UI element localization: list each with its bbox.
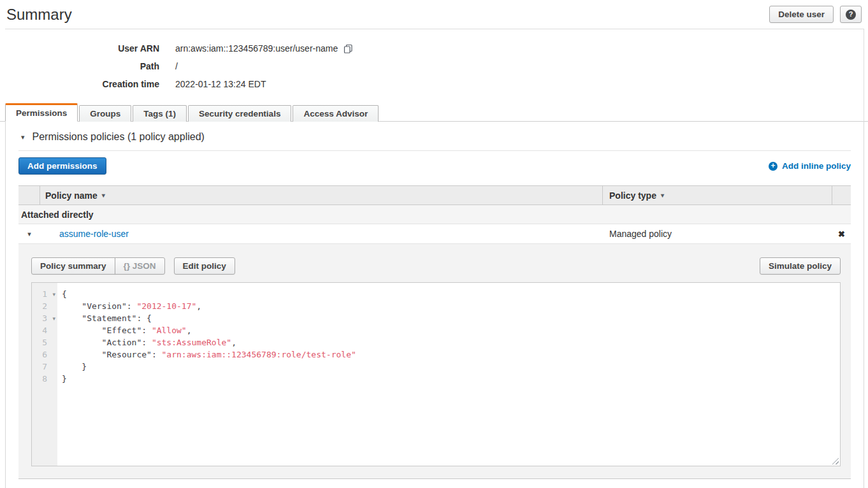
header-actions: Delete user ?	[769, 6, 862, 23]
gutter-line-number: 8	[32, 373, 57, 385]
code-token-string: "sts:AssumeRole"	[152, 338, 231, 347]
gutter-line-number: 3▾	[32, 312, 57, 324]
code-token-plain: }	[62, 374, 67, 384]
editor-resize-handle[interactable]	[832, 457, 839, 464]
code-token-plain: {	[62, 289, 67, 299]
code-token-plain: "Statement": {	[62, 313, 152, 323]
fold-arrow-icon[interactable]: ▾	[52, 313, 55, 325]
code-line: "Effect": "Allow",	[62, 324, 356, 336]
detail-row-path: Path /	[0, 57, 868, 75]
user-details: User ARN arn:aws:iam::123456789:user/use…	[0, 39, 868, 93]
iam-user-summary-page: Summary Delete user ? User ARN arn:aws:i…	[0, 0, 868, 488]
code-token-plain: ,	[196, 301, 201, 311]
policy-type-column-header[interactable]: Policy type ▾	[603, 186, 832, 205]
gutter-line-number: 6	[32, 348, 57, 361]
policy-actions-row: Add permissions + Add inline policy	[18, 157, 851, 175]
policy-actions-cell: ✖	[832, 229, 851, 239]
code-line: }	[62, 361, 356, 373]
code-token-string: "Allow"	[152, 326, 187, 335]
section-title: Permissions policies (1 policy applied)	[33, 131, 205, 143]
detail-label: Creation time	[0, 79, 159, 89]
gutter-line-number: 5	[32, 336, 57, 348]
header-divider	[5, 29, 864, 29]
section-divider	[18, 150, 851, 151]
add-inline-policy-link[interactable]: + Add inline policy	[769, 161, 851, 171]
policy-view-toggle-group: Policy summary {} JSON	[31, 257, 165, 275]
detail-value: arn:aws:iam::123456789:user/user-name	[175, 43, 353, 54]
code-token-plain: "Action":	[62, 338, 152, 347]
creation-time-value: 2022-01-12 13:24 EDT	[175, 79, 266, 89]
detach-policy-icon[interactable]: ✖	[838, 229, 845, 239]
policy-view-buttons: Policy summary {} JSON Edit policy Simul…	[31, 257, 841, 275]
editor-gutter: 1▾23▾45678	[32, 283, 57, 466]
simulate-policy-button[interactable]: Simulate policy	[760, 257, 841, 275]
code-token-plain: ,	[187, 326, 192, 335]
actions-column-header	[832, 186, 851, 205]
policy-name-cell: assume-role-user	[40, 229, 603, 239]
tab-bar: Permissions Groups Tags (1) Security cre…	[0, 103, 868, 122]
code-line: {	[62, 288, 356, 300]
group-label: Attached directly	[21, 210, 94, 220]
policy-name-header-label: Policy name	[45, 190, 98, 201]
expander-triangle-icon: ▾	[27, 231, 31, 238]
gutter-line-number: 7	[32, 361, 57, 373]
code-line: "Statement": {	[62, 312, 356, 324]
detail-row-creation-time: Creation time 2022-01-12 13:24 EDT	[0, 75, 868, 93]
policy-json-editor[interactable]: 1▾23▾45678 { "Version": "2012-10-17", "S…	[31, 282, 841, 466]
detail-row-user-arn: User ARN arn:aws:iam::123456789:user/use…	[0, 39, 868, 57]
fold-arrow-icon[interactable]: ▾	[52, 289, 55, 301]
add-inline-policy-label: Add inline policy	[782, 161, 851, 171]
help-icon: ?	[846, 10, 856, 20]
code-token-plain: "Effect":	[62, 326, 152, 335]
row-expander[interactable]: ▾	[18, 231, 40, 238]
delete-user-button[interactable]: Delete user	[769, 6, 834, 23]
add-permissions-button[interactable]: Add permissions	[18, 157, 106, 175]
code-line: }	[62, 373, 356, 385]
code-token-plain: }	[62, 362, 87, 371]
collapse-triangle-icon: ▾	[21, 134, 25, 141]
page-header: Summary Delete user ?	[0, 0, 868, 29]
code-token-plain: ,	[231, 338, 236, 347]
copy-icon[interactable]	[344, 44, 353, 54]
table-header-row: Policy name ▾ Policy type ▾	[18, 185, 851, 205]
code-token-plain: "Resource":	[62, 350, 162, 359]
json-view-button[interactable]: {} JSON	[115, 257, 165, 275]
sort-arrow-icon: ▾	[102, 192, 105, 199]
page-title: Summary	[6, 6, 769, 24]
code-line: "Action": "sts:AssumeRole",	[62, 336, 356, 348]
tab-groups[interactable]: Groups	[79, 105, 131, 122]
gutter-line-number: 2	[32, 300, 57, 312]
expander-column-header	[18, 186, 40, 205]
editor-code: { "Version": "2012-10-17", "Statement": …	[62, 288, 356, 385]
policies-table: Policy name ▾ Policy type ▾ Attached dir…	[18, 185, 851, 479]
tab-permissions[interactable]: Permissions	[5, 103, 78, 122]
policy-name-column-header[interactable]: Policy name ▾	[40, 186, 603, 205]
expanded-policy-detail: Policy summary {} JSON Edit policy Simul…	[18, 244, 851, 479]
permissions-policies-section-toggle[interactable]: ▾ Permissions policies (1 policy applied…	[6, 122, 864, 150]
help-button[interactable]: ?	[840, 6, 862, 23]
sort-arrow-icon: ▾	[661, 192, 664, 199]
gutter-line-number: 4	[32, 324, 57, 336]
code-token-string: "arn:aws:iam::123456789:role/test-role"	[162, 350, 356, 359]
tab-access-advisor[interactable]: Access Advisor	[293, 105, 379, 122]
plus-circle-icon: +	[769, 162, 778, 171]
policy-type-header-label: Policy type	[609, 190, 656, 201]
path-value: /	[175, 61, 178, 71]
tab-tags[interactable]: Tags (1)	[133, 105, 187, 122]
code-token-plain: "Version":	[62, 301, 136, 311]
code-line: "Resource": "arn:aws:iam::123456789:role…	[62, 348, 356, 361]
policy-table-row: ▾ assume-role-user Managed policy ✖	[18, 224, 851, 244]
tab-security-credentials[interactable]: Security credentials	[188, 105, 291, 122]
user-arn-value: arn:aws:iam::123456789:user/user-name	[175, 43, 338, 54]
code-token-string: "2012-10-17"	[136, 301, 196, 311]
detail-label: Path	[0, 61, 159, 71]
gutter-line-number: 1▾	[32, 288, 57, 300]
detail-label: User ARN	[0, 43, 159, 54]
edit-policy-button[interactable]: Edit policy	[174, 257, 235, 275]
policy-type-cell: Managed policy	[603, 229, 832, 239]
attached-directly-group-row: Attached directly	[18, 205, 851, 224]
policy-summary-button[interactable]: Policy summary	[31, 257, 115, 275]
policy-name-link[interactable]: assume-role-user	[59, 229, 129, 239]
permissions-tab-panel: ▾ Permissions policies (1 policy applied…	[5, 122, 864, 488]
code-line: "Version": "2012-10-17",	[62, 300, 356, 312]
